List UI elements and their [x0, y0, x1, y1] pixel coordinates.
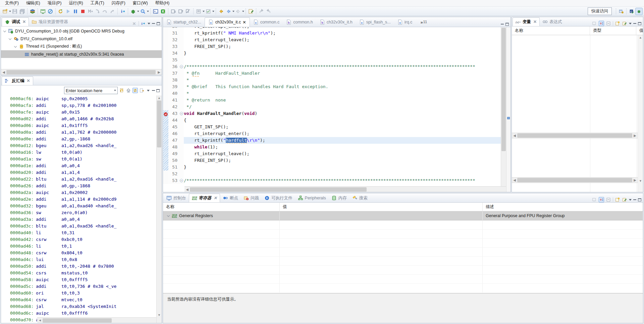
menu-item[interactable]: 窗口(W) — [129, 0, 152, 6]
code-line[interactable]: 41 * @return none — [163, 97, 506, 104]
collapse-all-bottom-icon[interactable] — [606, 197, 611, 202]
editor-tab-close-icon[interactable]: ✕ — [243, 20, 246, 25]
disassembly-line[interactable]: 0000ad3a:addia0,a0,4 — [1, 216, 162, 223]
annotation-ruler[interactable] — [163, 130, 168, 137]
back-history-button[interactable] — [225, 8, 232, 15]
variables-table-body[interactable]: ◀ ▶ ◀ ▶ ▲ ▼ — [512, 35, 643, 192]
editor-minimize-icon[interactable] — [501, 24, 504, 27]
bottom-tab-memory[interactable]: 内存 — [329, 194, 350, 202]
menu-item[interactable]: 文件(F) — [1, 0, 22, 6]
annotation-ruler[interactable] — [163, 90, 168, 97]
annotation-ruler[interactable] — [163, 104, 168, 110]
disassembly-line[interactable]: 0000ad0e:addia2,gp,-1868 — [1, 136, 162, 142]
fold-minus-icon[interactable]: − — [180, 112, 183, 115]
code-line[interactable]: 33 FREE_INT_SP(); — [163, 43, 506, 50]
debug-tree-hscrollbar[interactable]: ◀ ▶ — [1, 69, 162, 75]
code-line[interactable]: 39 * @brief This function handles Hard F… — [163, 83, 506, 90]
remove-terminated-icon[interactable]: ✕ — [131, 21, 137, 26]
editor-tab[interactable]: ccommon.c — [250, 17, 283, 27]
editor-tab[interactable]: sstartup_ch32... — [163, 17, 205, 27]
fold-minus-icon[interactable]: − — [180, 179, 183, 182]
annotation-ruler[interactable] — [163, 117, 168, 124]
menu-item[interactable]: 帮助(H) — [152, 0, 173, 6]
disassembly-line[interactable]: 0000ad22:bltua1,a2,0xad16 <handle_ — [1, 176, 162, 183]
show-groups-icon[interactable] — [599, 197, 604, 202]
variables-detail-hscrollbar[interactable]: ◀ ▶ — [512, 177, 638, 183]
forward-history-dropdown[interactable] — [242, 11, 244, 12]
hidden-tabs-indicator[interactable]: »11 — [420, 20, 427, 27]
annotation-ruler[interactable] — [163, 97, 168, 104]
step-into-button[interactable] — [94, 8, 101, 15]
next-annotation-button[interactable] — [265, 8, 272, 15]
quick-access-button[interactable]: 快速访问 — [588, 7, 612, 15]
disassembly-line[interactable]: 0000ad46:lit0,1 — [1, 243, 162, 250]
debug-perspective-button[interactable] — [635, 8, 643, 15]
annotation-ruler[interactable] — [163, 83, 168, 90]
edit-watch-icon[interactable] — [622, 21, 627, 26]
code-line[interactable]: 45 GET_INT_SP(); — [163, 124, 506, 130]
editor-maximize-icon[interactable] — [505, 23, 509, 26]
disassembly-line[interactable]: 0000ad1a:swt0,0(a1) — [1, 156, 162, 163]
disassembly-line[interactable]: 0000ad48:csrw0x804,t0 — [1, 250, 162, 256]
flash-download-button[interactable] — [170, 8, 177, 15]
code-line[interactable]: 30 rt_interrupt_enter(); — [163, 27, 506, 30]
bottom-view-menu-icon[interactable] — [629, 199, 632, 201]
editor-overview-ruler[interactable] — [506, 27, 511, 192]
annotation-ruler[interactable] — [163, 150, 168, 157]
fold-minus-icon[interactable]: − — [180, 65, 183, 68]
restart-button[interactable] — [57, 8, 64, 15]
show-source-icon[interactable] — [139, 88, 145, 93]
tab-project-explorer[interactable]: 项目资源管理器 — [29, 17, 71, 26]
code-line[interactable]: 34} — [163, 50, 506, 57]
code-line[interactable]: 51} — [163, 164, 506, 171]
disassembly-listing[interactable]: 0000acf6:auipcsp,0x200050000acfa:addisp,… — [1, 95, 162, 323]
code-line[interactable]: 46 rt_interrupt_enter(); — [163, 130, 506, 137]
code-line[interactable]: 49 rt_interrupt_leave(); — [163, 150, 506, 157]
bottom-tab-peripherals[interactable]: Peripherals — [295, 194, 329, 202]
code-line[interactable]: 32 rt_interrupt_leave(); — [163, 37, 506, 43]
edit-register-group-icon[interactable] — [622, 197, 627, 202]
disassembly-line[interactable]: 0000acfa:addisp,sp,778 # 0x2001000 — [1, 102, 162, 109]
annotation-ruler[interactable] — [163, 57, 168, 63]
disassembly-line[interactable]: 0000ad6c:auipct0,0xffff6 — [1, 310, 162, 317]
menu-item[interactable]: 项目(P) — [44, 0, 65, 6]
annotation-ruler[interactable] — [163, 110, 168, 117]
annotation-ruler[interactable] — [163, 30, 168, 37]
bookmark-button[interactable] — [195, 8, 202, 15]
editor-tab[interactable]: hch32v30x_it.h — [316, 17, 356, 27]
expand-chevron-icon[interactable] — [167, 214, 170, 217]
back-annotation-button[interactable] — [217, 8, 225, 15]
debug-tree-row[interactable]: DYU_Consumption_10.0 obj [GDB OpenOCD MR… — [1, 27, 162, 35]
disassembly-line[interactable]: 0000ad1e:addia0,a0,4 — [1, 163, 162, 169]
open-perspective-button[interactable] — [618, 8, 625, 15]
disassembly-line[interactable]: 0000ad20:addia1,a1,4 — [1, 169, 162, 176]
code-line[interactable]: 37 * @fn HardFault_Handler — [163, 70, 506, 77]
code-line[interactable]: 38 * — [163, 77, 506, 83]
menu-item[interactable]: 编辑(E) — [22, 0, 44, 6]
build-all-button[interactable] — [29, 8, 36, 15]
annotation-ruler[interactable] — [163, 164, 168, 171]
debug-minimize-icon[interactable] — [152, 23, 155, 26]
annotation-ruler[interactable] — [163, 63, 168, 70]
disassembly-maximize-icon[interactable] — [156, 89, 160, 92]
disassembly-line[interactable]: 0000ad2e:addia1,a1,114 # 0x2000cd9 — [1, 196, 162, 203]
disassembly-hscrollbar[interactable]: ◀ — [37, 317, 156, 323]
disassembly-minimize-icon[interactable] — [152, 90, 155, 93]
refresh-view-icon[interactable] — [119, 88, 124, 93]
task-dropdown[interactable] — [212, 11, 214, 12]
skip-breakpoints-button[interactable] — [47, 8, 54, 15]
save-button[interactable] — [11, 8, 18, 15]
tab-debug[interactable]: 调试 ✕ — [2, 17, 29, 26]
bottom-maximize-icon[interactable] — [638, 198, 641, 201]
disassembly-line[interactable]: 0000ad26:addia0,gp,-1868 — [1, 183, 162, 189]
debug-button[interactable] — [129, 8, 137, 15]
code-line[interactable]: 52 — [163, 171, 506, 177]
debug-view-menu-icon[interactable] — [148, 23, 150, 24]
overview-marker[interactable] — [507, 117, 510, 119]
variables-maximize-icon[interactable] — [638, 22, 641, 25]
open-terminal-button[interactable]: >_ — [152, 8, 159, 15]
instruction-mode-icon[interactable]: i — [141, 21, 146, 26]
disassembly-line[interactable]: 0000ad2a:auipca1,0x20002 — [1, 189, 162, 196]
disassembly-line[interactable]: 0000ad68:jalra,0xab34 <SystemInit — [1, 303, 162, 310]
bottom-tab-close-icon[interactable]: ✕ — [214, 196, 217, 200]
